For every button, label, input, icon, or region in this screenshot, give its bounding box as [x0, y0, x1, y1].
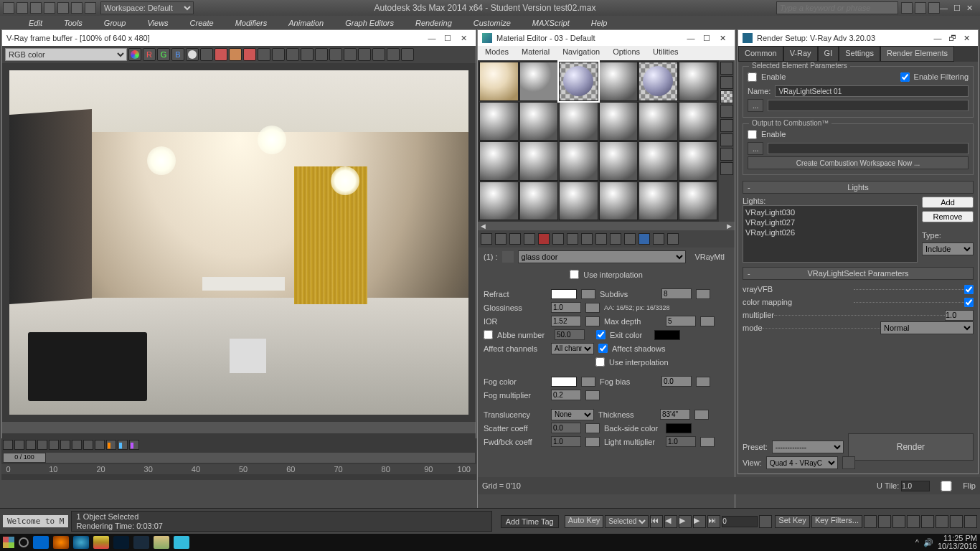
mated-side-icon[interactable] — [720, 76, 733, 89]
mat-slot[interactable] — [479, 102, 519, 141]
lightmult-input[interactable] — [666, 436, 696, 447]
tl-icon[interactable] — [95, 440, 105, 450]
tl-icon[interactable] — [72, 440, 82, 450]
rsetup-restore-icon[interactable]: 🗗 — [945, 34, 959, 42]
mated-tool-icon[interactable] — [624, 233, 636, 245]
nav-icon[interactable] — [907, 515, 920, 528]
tl-icon[interactable]: ▮ — [129, 440, 139, 450]
mat-slot[interactable] — [559, 141, 598, 181]
refract-map-button[interactable] — [581, 289, 595, 299]
photoshop-icon[interactable] — [113, 536, 129, 549]
mat-slot[interactable] — [599, 62, 639, 101]
mated-tool-icon[interactable] — [595, 233, 607, 245]
nav-icon[interactable] — [936, 515, 948, 528]
mat-slot[interactable] — [559, 102, 598, 141]
tl-icon[interactable] — [3, 440, 13, 450]
use-interp-check[interactable] — [570, 270, 579, 279]
tl-icon[interactable] — [83, 440, 93, 450]
useinterp2-check[interactable] — [595, 357, 605, 367]
3dsmax-icon[interactable] — [133, 536, 149, 549]
setkey-button[interactable]: Set Key — [775, 515, 810, 528]
signin-icon[interactable] — [928, 2, 940, 14]
mat-slot[interactable] — [519, 182, 559, 221]
play-icon[interactable]: ▶ — [679, 515, 692, 528]
mat-slot[interactable] — [679, 62, 718, 101]
thick-spinner[interactable] — [694, 410, 709, 420]
abbe-check[interactable] — [484, 330, 493, 339]
vfb-save-icon[interactable] — [215, 48, 227, 61]
mat-slot[interactable] — [679, 141, 718, 181]
vfb-load-icon[interactable] — [229, 48, 242, 61]
nav-icon[interactable] — [921, 515, 934, 528]
edge-icon[interactable] — [33, 536, 49, 549]
rsetup-close-icon[interactable]: ✕ — [959, 34, 974, 43]
next-frame-icon[interactable]: ▶ — [693, 515, 706, 528]
prev-frame-icon[interactable]: ◀ — [664, 515, 677, 528]
menu-tools[interactable]: Tools — [64, 19, 83, 27]
tab-vray[interactable]: V-Ray — [783, 46, 818, 62]
vfb-maximize-icon[interactable]: ☐ — [440, 34, 456, 43]
mat-slot[interactable] — [559, 182, 598, 221]
render-button[interactable]: Render — [848, 433, 974, 461]
mat-slot[interactable] — [639, 141, 678, 181]
fogcolor-swatch[interactable] — [551, 377, 577, 387]
menu-maxscript[interactable]: MAXScript — [532, 19, 570, 27]
vfb-stop-icon[interactable] — [358, 48, 371, 61]
vfb-red-button[interactable]: R — [143, 48, 156, 61]
vfb-scrollbar[interactable] — [2, 422, 476, 433]
explorer-icon[interactable] — [73, 536, 89, 549]
mated-menu-navigation[interactable]: Navigation — [562, 47, 600, 59]
nav-icon[interactable] — [964, 515, 977, 528]
vfb-minimize-icon[interactable]: — — [424, 34, 440, 42]
mated-minimize-icon[interactable]: — — [683, 34, 699, 42]
flip-check[interactable] — [932, 481, 961, 491]
mated-menu-utilities[interactable]: Utilities — [653, 47, 678, 59]
list-item[interactable]: VRayLight026 — [745, 227, 915, 237]
mat-slot[interactable] — [479, 141, 519, 181]
undo-icon[interactable] — [57, 2, 69, 14]
mated-side-icon[interactable] — [720, 62, 733, 75]
view-lock-icon[interactable] — [842, 456, 855, 469]
menu-help[interactable]: Help — [591, 19, 608, 27]
menu-group[interactable]: Group — [104, 19, 126, 27]
mated-tool-icon[interactable] — [524, 233, 535, 245]
sep-filter-check[interactable] — [900, 72, 910, 82]
comb-path-input[interactable] — [768, 143, 969, 154]
menu-animation[interactable]: Animation — [288, 19, 324, 27]
help-icon[interactable] — [901, 2, 913, 14]
current-frame-input[interactable] — [722, 516, 758, 527]
maxdepth-input[interactable] — [666, 316, 696, 326]
fogbias-spinner[interactable] — [696, 377, 710, 387]
mat-slot[interactable] — [479, 62, 519, 101]
vfb-link-icon[interactable] — [301, 48, 314, 61]
menu-modifiers[interactable]: Modifiers — [235, 19, 268, 27]
keyfilters-button[interactable]: Key Filters... — [811, 515, 862, 528]
mated-side-icon[interactable] — [720, 133, 733, 146]
mated-menu-options[interactable]: Options — [613, 47, 640, 59]
system-clock[interactable]: 11:25 PM 10/13/2016 — [938, 534, 977, 550]
tl-icon[interactable] — [49, 440, 59, 450]
tray-volume-icon[interactable]: 🔊 — [923, 538, 933, 547]
rsetup-titlebar[interactable]: Render Setup: V-Ray Adv 3.20.03 — 🗗 ✕ — [738, 30, 978, 46]
nav-icon[interactable] — [892, 515, 905, 528]
glossiness-input[interactable] — [551, 302, 581, 313]
material-type-label[interactable]: VRayMtl — [690, 252, 729, 262]
sep-enable-check[interactable] — [748, 72, 757, 82]
lights-remove-button[interactable]: Remove — [922, 211, 974, 222]
mated-side-icon[interactable] — [720, 148, 733, 161]
list-item[interactable]: VRayLight030 — [745, 207, 915, 217]
mated-hscroll[interactable]: ◄► — [478, 222, 735, 230]
menu-create[interactable]: Create — [190, 19, 214, 27]
maxdepth-spinner[interactable] — [700, 316, 715, 326]
vfb-channel-select[interactable]: RGB color — [5, 48, 127, 61]
tl-icon[interactable] — [26, 440, 36, 450]
link-icon[interactable] — [85, 2, 96, 14]
mated-showmap-icon[interactable] — [639, 233, 650, 245]
affectshadows-check[interactable] — [598, 344, 608, 353]
tab-common[interactable]: Common — [738, 46, 783, 62]
menu-edit[interactable]: Edit — [29, 19, 42, 27]
mat-slot[interactable] — [639, 62, 678, 101]
comb-create-button[interactable]: Create Combustion Workspace Now ... — [748, 156, 969, 169]
subdivs-input[interactable] — [661, 288, 692, 299]
close-icon[interactable]: ✕ — [966, 4, 973, 13]
